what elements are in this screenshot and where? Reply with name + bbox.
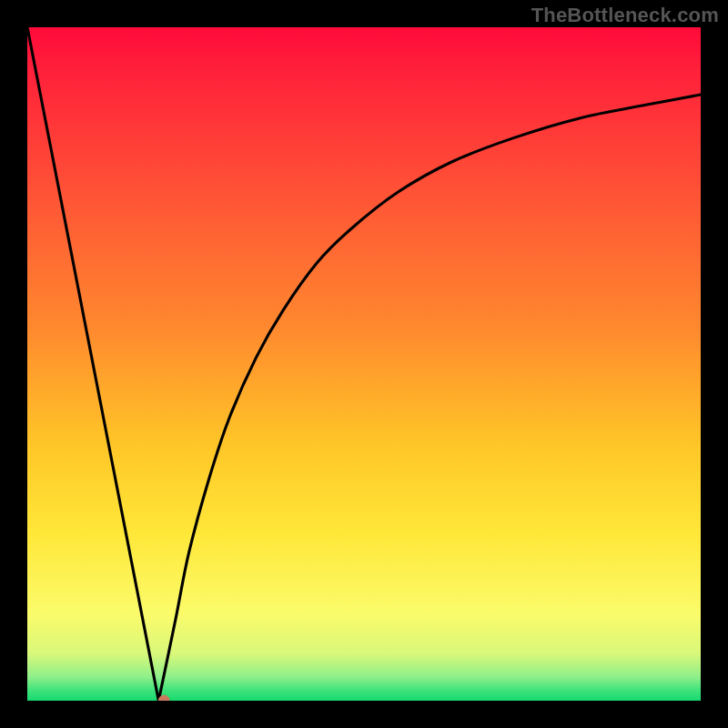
plot-area: [27, 27, 701, 701]
bottleneck-curve: [27, 27, 701, 701]
watermark-text: TheBottleneck.com: [531, 4, 719, 27]
curve-svg: [27, 27, 701, 701]
chart-frame: TheBottleneck.com: [0, 0, 728, 728]
